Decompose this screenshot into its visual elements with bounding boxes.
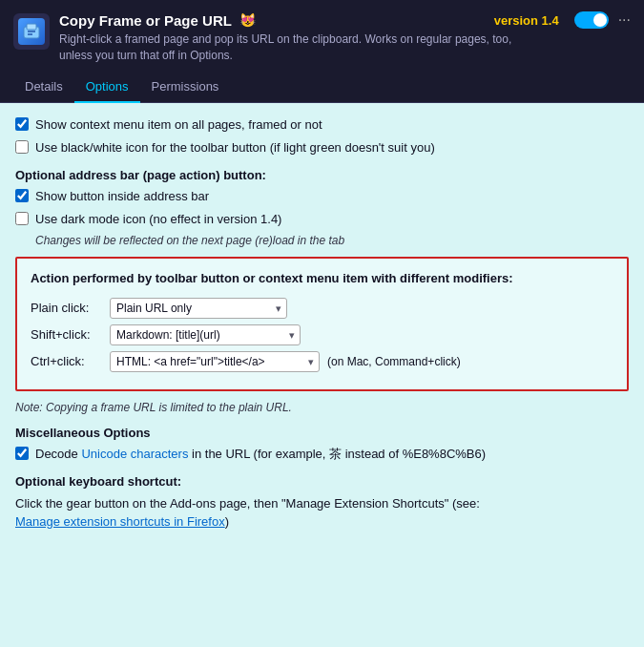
keyboard-shortcut-link[interactable]: Manage extension shortcuts in Firefox — [15, 514, 225, 529]
shift-click-select[interactable]: Plain URL only Markdown: [title](url) HT… — [110, 324, 301, 345]
shift-click-row: Shift+click: Plain URL only Markdown: [t… — [31, 324, 613, 345]
shift-click-label: Shift+click: — [31, 327, 102, 342]
dark-mode-icon-label: Use dark mode icon (no effect in version… — [35, 211, 281, 228]
decode-label-after: in the URL (for example, 茶 instead of %E… — [188, 447, 486, 461]
ctrl-click-label: Ctrl+click: — [31, 354, 102, 368]
tab-details[interactable]: Details — [13, 72, 74, 103]
keyboard-desc-text: Click the gear button on the Add-ons pag… — [15, 496, 480, 511]
decode-unicode-checkbox[interactable] — [15, 447, 29, 460]
extension-title: Copy Frame or Page URL — [59, 12, 232, 29]
action-box: Action performed by toolbar button or co… — [15, 257, 629, 390]
reload-note: Changes will be reflected on the next pa… — [35, 234, 629, 247]
header-title-row: Copy Frame or Page URL 😻 version 1.4 ··· — [59, 11, 631, 29]
plain-click-select[interactable]: Plain URL only Markdown: [title](url) HT… — [110, 298, 287, 319]
keyboard-section: Optional keyboard shortcut: Click the ge… — [15, 474, 629, 532]
header-controls: ··· — [574, 11, 631, 29]
frame-note: Note: Copying a frame URL is limited to … — [15, 401, 629, 414]
keyboard-title: Optional keyboard shortcut: — [15, 474, 629, 489]
bw-icon-label: Use black/white icon for the toolbar but… — [35, 139, 435, 157]
header-description: Right-click a framed page and pop its UR… — [59, 31, 631, 64]
plain-click-select-wrapper: Plain URL only Markdown: [title](url) HT… — [110, 298, 287, 319]
decode-checkbox-row: Decode Unicode characters in the URL (fo… — [15, 446, 629, 463]
svg-rect-1 — [27, 24, 36, 30]
header-content: Copy Frame or Page URL 😻 version 1.4 ···… — [59, 11, 631, 64]
tab-options[interactable]: Options — [74, 72, 140, 103]
checkbox-row-1: Show context menu item on all pages, fra… — [15, 116, 629, 134]
checkbox-row-4: Use dark mode icon (no effect in version… — [15, 211, 629, 228]
ctrl-click-row: Ctrl+click: Plain URL only Markdown: [ti… — [31, 351, 613, 372]
decode-unicode-label: Decode Unicode characters in the URL (fo… — [35, 446, 486, 463]
extension-icon — [13, 13, 50, 50]
shift-click-select-wrapper: Plain URL only Markdown: [title](url) HT… — [110, 324, 301, 345]
ctrl-click-select-wrapper: Plain URL only Markdown: [title](url) HT… — [110, 351, 320, 372]
address-bar-section-label: Optional address bar (page action) butto… — [15, 168, 629, 182]
extension-icon-inner — [18, 18, 45, 45]
action-box-title: Action performed by toolbar button or co… — [31, 270, 613, 287]
version-badge: version 1.4 — [494, 13, 559, 28]
checkbox-row-3: Show button inside address bar — [15, 188, 629, 205]
show-context-menu-label: Show context menu item on all pages, fra… — [35, 116, 322, 134]
plain-click-label: Plain click: — [31, 301, 102, 315]
tab-permissions[interactable]: Permissions — [140, 72, 231, 103]
decode-unicode-link[interactable]: Unicode characters — [81, 447, 188, 461]
ctrl-click-select[interactable]: Plain URL only Markdown: [title](url) HT… — [110, 351, 320, 372]
extension-toggle[interactable] — [574, 11, 609, 29]
menu-button[interactable]: ··· — [618, 11, 631, 29]
bw-icon-checkbox[interactable] — [15, 140, 29, 154]
keyboard-desc: Click the gear button on the Add-ons pag… — [15, 494, 629, 532]
misc-title: Miscellaneous Options — [15, 426, 629, 440]
plain-click-row: Plain click: Plain URL only Markdown: [t… — [31, 298, 613, 319]
decode-label-before: Decode — [35, 447, 81, 461]
show-address-bar-label: Show button inside address bar — [35, 188, 209, 205]
ctrl-click-note: (on Mac, Command+click) — [327, 355, 461, 368]
main-content: Show context menu item on all pages, fra… — [0, 103, 644, 647]
header-emoji: 😻 — [239, 12, 256, 28]
misc-section: Miscellaneous Options Decode Unicode cha… — [15, 426, 629, 463]
show-context-menu-checkbox[interactable] — [15, 117, 29, 131]
show-address-bar-checkbox[interactable] — [15, 189, 29, 202]
checkbox-row-2: Use black/white icon for the toolbar but… — [15, 139, 629, 157]
header: Copy Frame or Page URL 😻 version 1.4 ···… — [0, 0, 644, 72]
keyboard-link-suffix: ) — [225, 514, 229, 529]
tabs-bar: Details Options Permissions — [0, 72, 644, 103]
dark-mode-icon-checkbox[interactable] — [15, 212, 29, 225]
